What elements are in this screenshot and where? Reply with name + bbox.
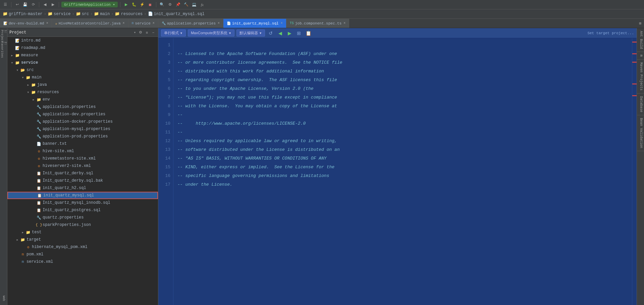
- breadcrumb-main[interactable]: 📁 main: [94, 11, 110, 16]
- tree-item-derby-sql[interactable]: 📋 Init_quartz_derby.sql: [7, 170, 158, 177]
- tree-item-java[interactable]: ▶ 📁 java: [7, 81, 158, 88]
- tree-item-intromd[interactable]: 📝 intro.md: [7, 37, 158, 44]
- single-mode-btn[interactable]: 单行模式 ▼: [161, 29, 186, 37]
- tree-item-hive-site[interactable]: ⚙ hive-site.xml: [7, 147, 158, 155]
- settings-icon[interactable]: ⚙: [167, 1, 173, 8]
- database-panel[interactable]: Database: [637, 94, 644, 115]
- prev-icon[interactable]: ◀: [276, 29, 284, 37]
- panel-title: Project: [9, 30, 132, 35]
- tree-item-app-mysql[interactable]: 🔧 application-mysql.properties: [7, 125, 158, 133]
- tree-item-resources[interactable]: ▼ 📁 resources: [7, 88, 158, 96]
- tree-item-roadmap[interactable]: 📝 roadmap.md: [7, 44, 158, 52]
- forward-button[interactable]: ▶: [50, 1, 56, 8]
- back-button[interactable]: ◀: [42, 1, 48, 8]
- tab-close-init-sql[interactable]: ×: [281, 21, 283, 25]
- stop-button[interactable]: ⏹: [147, 1, 154, 8]
- table-icon[interactable]: ⊞: [295, 29, 303, 37]
- dropdown-arrow-2: ▼: [228, 32, 231, 35]
- tab-dev-env[interactable]: 📝 dev-env-build.md ×: [0, 19, 52, 28]
- tree-item-h2-sql[interactable]: 📋 init_quartz_h2.sql: [7, 184, 158, 192]
- tab-service[interactable]: m service ×: [128, 19, 158, 28]
- panel-settings-icon[interactable]: ⚙: [138, 30, 143, 35]
- debug-button[interactable]: 🐛: [131, 1, 138, 8]
- run-query-icon[interactable]: ▶: [286, 29, 293, 37]
- separator-3: [59, 2, 59, 7]
- tree-item-quartz-props[interactable]: 🔧 quartz.properties: [7, 214, 158, 221]
- maxcompute-type-btn[interactable]: MaxCompute类型系统 ▼: [188, 29, 234, 37]
- tree-item-innodb-sql[interactable]: 📋 Init_quartz_mysql_innodb.sql: [7, 199, 158, 206]
- refresh-icon[interactable]: ↺: [267, 29, 274, 37]
- tree-item-app-props[interactable]: 🔧 application.properties: [7, 103, 158, 111]
- tree-item-measure[interactable]: ▶ 📁 measure: [7, 52, 158, 59]
- tree-item-env[interactable]: ▶ 📁 env: [7, 96, 158, 103]
- tree-item-hivemeta-site[interactable]: ⚙ hivemetastore-site.xml: [7, 155, 158, 162]
- tree-item-derby-bak[interactable]: 📋 Init_quartz_derby.sql.bak: [7, 177, 158, 184]
- tree-item-hiveserver-site[interactable]: ⚙ hiveserver2-site.xml: [7, 162, 158, 170]
- bean-validation-panel[interactable]: Bean Validation: [637, 115, 644, 151]
- ant-build-panel[interactable]: Ant Build: [637, 28, 644, 52]
- tree-item-postgres-sql[interactable]: 📋 Init_quartz_postgres.sql: [7, 206, 158, 214]
- code-display[interactable]: -- Licensed to the Apache Software Found…: [173, 38, 632, 305]
- tree-item-target[interactable]: ▶ 📁 target: [7, 236, 158, 243]
- tab-close-hivemeta[interactable]: ×: [123, 21, 125, 25]
- breadcrumb-service[interactable]: 📁 service: [48, 11, 70, 16]
- panel-collapse-icon[interactable]: ≡: [144, 30, 150, 35]
- maven-projects-panel[interactable]: Maven Projects: [637, 60, 644, 94]
- tree-item-app-docker[interactable]: 🔧 application-docker.properties: [7, 118, 158, 125]
- tab-close-job-spec[interactable]: ×: [343, 21, 345, 25]
- menu-button[interactable]: ☰: [2, 1, 9, 8]
- build-icon[interactable]: 🔨: [183, 1, 190, 8]
- sync-button[interactable]: ⟳: [30, 1, 37, 8]
- tree-arrow-hive-site: [32, 149, 36, 153]
- tree-item-test[interactable]: ▶ 📁 test: [7, 229, 158, 236]
- tree-item-service-xml[interactable]: m service.xml: [7, 258, 158, 265]
- tab-close-app-props[interactable]: ×: [218, 21, 220, 25]
- panel-dropdown-arrow[interactable]: ▾: [134, 30, 136, 35]
- error-mark-2: [632, 53, 637, 54]
- favorites-icon[interactable]: 2: Favorites: [0, 43, 7, 56]
- m-panel[interactable]: m: [637, 52, 644, 60]
- tab-close-service[interactable]: ×: [153, 21, 155, 25]
- folder-icon-src: 📂: [20, 67, 25, 73]
- tab-app-props[interactable]: 🔧 application.properties ×: [158, 19, 223, 28]
- breadcrumb-resources[interactable]: 📁 resources: [115, 11, 143, 16]
- project-selector[interactable]: GriffinWebApplication ▾: [61, 2, 118, 7]
- web-icon[interactable]: Web: [0, 292, 7, 305]
- tab-hivemeta[interactable]: ☕ HiveMetaStoreController.java ×: [52, 19, 128, 28]
- project-explorer-icon[interactable]: 1: Project: [0, 29, 7, 43]
- tree-item-app-dev[interactable]: 🔧 application-dev.properties: [7, 111, 158, 118]
- set-target-label[interactable]: Set target project...: [587, 31, 634, 35]
- breadcrumb-src[interactable]: 📁 src: [76, 11, 89, 16]
- tree-item-banner[interactable]: 📄 banner.txt: [7, 140, 158, 147]
- default-editor-btn[interactable]: 默认编辑器 ▼: [236, 29, 265, 37]
- panel-close-icon[interactable]: −: [151, 30, 156, 35]
- tree-item-mysql-sql[interactable]: 📋 init_quartz_mysql.sql: [7, 192, 158, 199]
- tree-item-pom[interactable]: m pom.xml: [7, 251, 158, 258]
- breadcrumb-file[interactable]: 📄 init_quartz_mysql.sql: [148, 11, 205, 16]
- tree-item-main[interactable]: ▼ 📁 main: [7, 74, 158, 81]
- search-icon[interactable]: 🔍: [159, 1, 165, 8]
- coverage-button[interactable]: ⚡: [139, 1, 146, 8]
- terminal-icon[interactable]: 💻: [191, 1, 198, 8]
- tree-item-src[interactable]: ▼ 📂 src: [7, 66, 158, 74]
- tree-item-spark-json[interactable]: { } sparkProperties.json: [7, 221, 158, 229]
- run-button[interactable]: ▶: [123, 1, 129, 8]
- breadcrumb: 📁 griffin-master › 📁 service › 📁 src › 📁…: [0, 9, 644, 19]
- fx-icon[interactable]: fx: [199, 1, 206, 8]
- line-num-3: 3: [158, 58, 170, 67]
- tab-icon-prop: 🔧: [162, 21, 166, 25]
- save-button[interactable]: 💾: [22, 1, 29, 8]
- breadcrumb-root[interactable]: 📁 griffin-master: [3, 11, 43, 16]
- code-line-6: -- to you under the Apache License, Vers…: [177, 84, 628, 93]
- tree-item-hibernate-pom[interactable]: ⚙ hibernate_mysql_pom.xml: [7, 243, 158, 251]
- tab-job-spec[interactable]: TS job.component.spec.ts ×: [286, 19, 350, 28]
- tree-item-app-prod[interactable]: 🔧 application-prod.properties: [7, 133, 158, 140]
- copy-icon[interactable]: 📋: [305, 29, 312, 37]
- tab-init-sql[interactable]: 📄 init_quartz_mysql.sql ×: [223, 19, 286, 28]
- tree-item-service[interactable]: ▼ 📁 service: [7, 59, 158, 66]
- tab-close-dev-env[interactable]: ×: [46, 21, 48, 25]
- undo-button[interactable]: ↩: [14, 1, 20, 8]
- line-num-13: 13: [158, 145, 170, 154]
- bookmark-icon[interactable]: 📌: [175, 1, 181, 8]
- tab-overflow[interactable]: ⊞: [636, 19, 644, 28]
